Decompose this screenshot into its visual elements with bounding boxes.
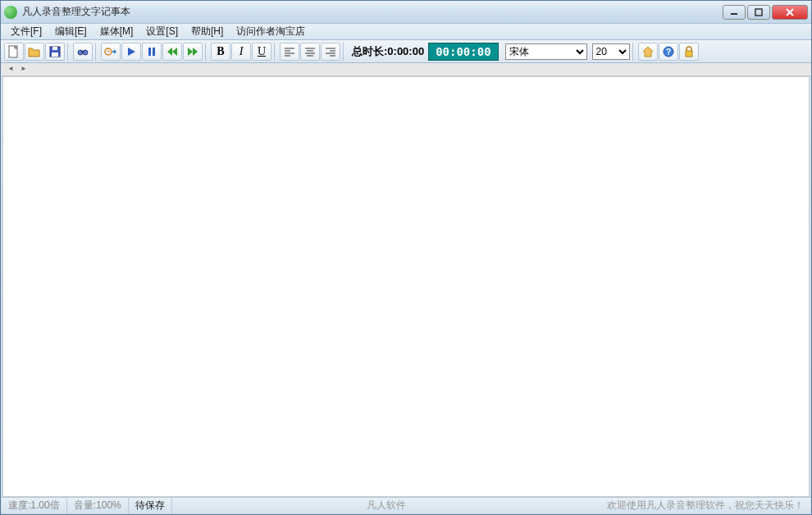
svg-rect-12: [148, 48, 151, 56]
minimize-button[interactable]: [723, 5, 746, 20]
play-button[interactable]: [121, 43, 141, 61]
svg-rect-13: [153, 48, 155, 56]
menubar: 文件[F] 编辑[E] 媒体[M] 设置[S] 帮助[H] 访问作者淘宝店: [1, 24, 811, 40]
save-icon: [49, 46, 61, 57]
separator: [95, 43, 98, 61]
separator: [632, 43, 636, 61]
binoculars-icon: [77, 46, 89, 57]
align-right-icon: [325, 47, 336, 57]
play-icon: [126, 47, 136, 57]
pause-button[interactable]: [142, 43, 162, 61]
align-center-button[interactable]: [300, 43, 320, 61]
separator: [343, 43, 346, 61]
text-editor[interactable]: [2, 76, 810, 497]
separator: [67, 43, 71, 61]
menu-file[interactable]: 文件[F]: [4, 23, 48, 40]
separator: [205, 43, 208, 61]
new-file-icon: [8, 45, 20, 58]
lock-icon: [684, 46, 694, 57]
align-center-icon: [304, 47, 316, 57]
folder-open-icon: [28, 46, 41, 57]
font-size-select[interactable]: 20: [592, 43, 630, 60]
align-left-icon: [284, 47, 295, 57]
menu-edit[interactable]: 编辑[E]: [48, 23, 94, 40]
help-button[interactable]: ?: [659, 43, 678, 61]
svg-rect-28: [686, 51, 692, 57]
underline-button[interactable]: U: [252, 43, 271, 61]
status-volume: 音量:100%: [67, 498, 129, 513]
open-button[interactable]: [25, 43, 44, 61]
status-welcome: 欢迎使用凡人录音整理软件，祝您天天快乐！: [600, 499, 810, 513]
save-button[interactable]: [45, 43, 65, 61]
menu-settings[interactable]: 设置[S]: [139, 23, 185, 40]
minimize-icon: [730, 8, 738, 16]
home-button[interactable]: [638, 43, 658, 61]
menu-media[interactable]: 媒体[M]: [94, 23, 140, 40]
lock-button[interactable]: [679, 43, 699, 61]
window-controls: [723, 5, 808, 20]
help-icon: ?: [663, 46, 674, 57]
app-window: 凡人录音整理文字记事本 文件[F] 编辑[E] 媒体[M] 设置[S] 帮助[H…: [0, 0, 812, 515]
timestamp-icon: [104, 46, 117, 57]
svg-text:?: ?: [666, 48, 671, 57]
menu-taobao[interactable]: 访问作者淘宝店: [230, 23, 312, 40]
rewind-button[interactable]: [162, 43, 182, 61]
app-icon: [4, 6, 17, 19]
bold-button[interactable]: B: [211, 43, 230, 61]
ruler[interactable]: [1, 63, 811, 76]
total-duration-label: 总时长:0:00:00: [349, 44, 427, 59]
maximize-icon: [755, 8, 763, 16]
toolbar: B I U 总时长:0:00:00 00:00:00 宋体 20 ?: [1, 40, 811, 63]
status-save-state: 待保存: [129, 498, 172, 513]
ruler-indent-marker[interactable]: [7, 65, 27, 71]
current-time-display: 00:00:00: [428, 43, 498, 61]
window-title: 凡人录音整理文字记事本: [22, 5, 723, 19]
find-button[interactable]: [73, 43, 93, 61]
svg-rect-6: [52, 52, 58, 57]
align-right-button[interactable]: [321, 43, 340, 61]
status-brand: 凡人软件: [172, 499, 600, 513]
menu-help[interactable]: 帮助[H]: [185, 23, 230, 40]
align-left-button[interactable]: [280, 43, 299, 61]
svg-rect-7: [52, 47, 57, 50]
titlebar[interactable]: 凡人录音整理文字记事本: [1, 1, 811, 24]
close-button[interactable]: [772, 5, 808, 20]
font-family-select[interactable]: 宋体: [505, 43, 587, 60]
new-button[interactable]: [4, 43, 24, 61]
pause-icon: [147, 47, 157, 57]
insert-timestamp-button[interactable]: [101, 43, 121, 61]
italic-button[interactable]: I: [231, 43, 251, 61]
svg-rect-10: [81, 51, 84, 52]
home-icon: [642, 46, 654, 57]
statusbar: 速度:1.00倍 音量:100% 待保存 凡人软件 欢迎使用凡人录音整理软件，祝…: [2, 497, 810, 513]
close-icon: [786, 8, 794, 16]
maximize-button[interactable]: [747, 5, 770, 20]
svg-rect-1: [755, 9, 762, 16]
forward-button[interactable]: [183, 43, 203, 61]
rewind-icon: [167, 47, 178, 57]
forward-icon: [187, 47, 198, 57]
status-speed: 速度:1.00倍: [2, 498, 67, 513]
separator: [274, 43, 277, 61]
